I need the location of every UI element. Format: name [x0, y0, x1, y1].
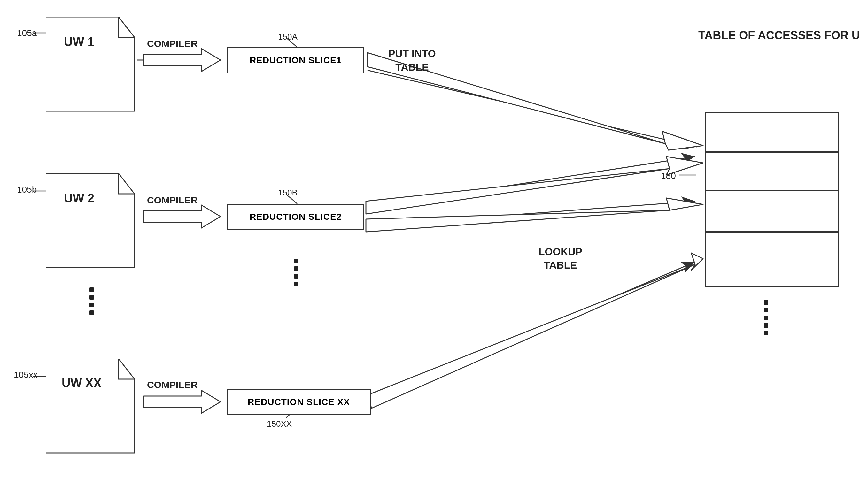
table-box	[705, 112, 839, 287]
slice2-label: REDUCTION SLICE2	[249, 212, 342, 222]
svg-marker-17	[366, 198, 703, 232]
mid-dots	[89, 287, 94, 315]
svg-marker-19	[46, 17, 134, 111]
slice1-box: REDUCTION SLICE1	[227, 47, 364, 73]
slice2-ref: 150B	[278, 188, 298, 198]
lookup-table-label: LOOKUP TABLE	[539, 245, 582, 272]
svg-marker-20	[46, 174, 134, 268]
table-dots	[764, 300, 768, 335]
slice-dots	[294, 259, 299, 286]
slicexx-ref: 150XX	[267, 419, 292, 429]
svg-marker-18	[367, 253, 703, 408]
svg-line-4	[368, 70, 697, 147]
uwxx-ref: 105xx	[14, 370, 38, 380]
diagram: UW 1 105a UW 2 105b UW XX 105xx COMPILER…	[0, 0, 860, 504]
svg-line-7	[369, 262, 695, 402]
uw2-label: UW 2	[64, 192, 94, 205]
slicexx-box: REDUCTION SLICE XX	[227, 389, 371, 415]
put-into-table-label: PUT INTO TABLE	[388, 47, 436, 74]
svg-line-6	[369, 201, 695, 225]
slice1-ref: 150A	[278, 32, 298, 42]
svg-marker-21	[46, 359, 134, 453]
svg-marker-2	[144, 205, 220, 228]
slice2-box: REDUCTION SLICE2	[227, 204, 364, 230]
compilerxx-label: COMPILER	[147, 380, 198, 390]
compiler2-label: COMPILER	[147, 195, 198, 206]
table-title: TABLE OF ACCESSES FOR UW	[698, 28, 845, 43]
slice1-label: REDUCTION SLICE1	[249, 55, 342, 65]
uw2-ref: 105b	[17, 184, 37, 195]
table-ref: 180	[661, 171, 676, 181]
svg-marker-3	[144, 390, 220, 413]
uw1-ref: 105a	[17, 28, 37, 38]
svg-line-5	[369, 157, 695, 208]
svg-marker-16	[366, 157, 703, 214]
uw1-label: UW 1	[64, 35, 94, 49]
uwxx-label: UW XX	[62, 376, 102, 390]
compiler1-label: COMPILER	[147, 38, 198, 49]
slicexx-label: REDUCTION SLICE XX	[248, 397, 350, 407]
svg-marker-1	[144, 48, 220, 72]
